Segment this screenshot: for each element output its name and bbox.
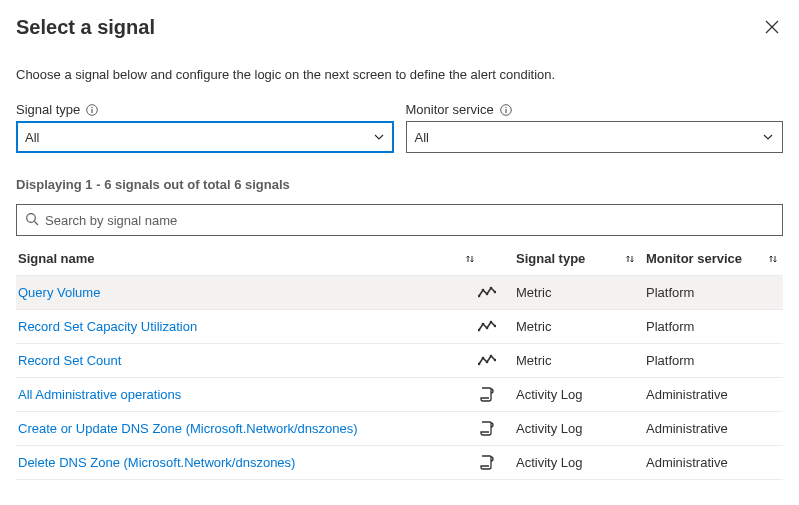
info-icon [500,104,512,116]
signal-type-cell: Activity Log [516,455,582,470]
column-header-service-text: Monitor service [646,251,742,266]
signal-type-cell: Metric [516,353,551,368]
column-header-service[interactable]: Monitor service [646,251,783,266]
table-row[interactable]: Record Set CountMetricPlatform [16,344,783,378]
monitor-service-dropdown[interactable]: All [406,121,784,153]
monitor-service-cell: Platform [646,285,694,300]
table-row[interactable]: Delete DNS Zone (Microsoft.Network/dnszo… [16,446,783,480]
svg-point-11 [490,286,493,289]
metric-icon [478,286,496,300]
svg-point-20 [486,360,489,363]
metric-icon [478,320,496,334]
sort-icon [767,253,779,265]
signal-name-link[interactable]: Delete DNS Zone (Microsoft.Network/dnszo… [18,455,295,470]
monitor-service-label-text: Monitor service [406,102,494,117]
svg-point-9 [482,288,485,291]
svg-rect-2 [92,109,93,113]
monitor-service-cell: Administrative [646,421,728,436]
table-header-row: Signal name Signal type Monitor service [16,242,783,276]
signal-type-value: All [25,130,39,145]
signal-type-label: Signal type [16,102,394,117]
table-row[interactable]: All Administrative operationsActivity Lo… [16,378,783,412]
column-header-name[interactable]: Signal name [16,251,476,266]
table-row[interactable]: Create or Update DNS Zone (Microsoft.Net… [16,412,783,446]
signal-name-link[interactable]: Query Volume [18,285,100,300]
column-header-name-text: Signal name [18,251,95,266]
signal-type-label-text: Signal type [16,102,80,117]
metric-icon [478,354,496,368]
page-title: Select a signal [16,16,155,39]
signal-name-link[interactable]: Create or Update DNS Zone (Microsoft.Net… [18,421,358,436]
svg-point-4 [505,106,506,107]
results-count: Displaying 1 - 6 signals out of total 6 … [16,177,783,192]
info-icon [86,104,98,116]
activity-log-icon [478,420,496,438]
signal-type-cell: Metric [516,285,551,300]
monitor-service-value: All [415,130,429,145]
search-box[interactable] [16,204,783,236]
signals-table: Signal name Signal type Monitor service … [16,242,783,480]
sort-icon [464,253,476,265]
signal-name-link[interactable]: All Administrative operations [18,387,181,402]
sort-icon [624,253,636,265]
svg-point-6 [27,213,36,222]
signal-type-cell: Activity Log [516,387,582,402]
table-row[interactable]: Query VolumeMetricPlatform [16,276,783,310]
signal-type-cell: Metric [516,319,551,334]
chevron-down-icon [373,131,385,143]
subtitle-text: Choose a signal below and configure the … [16,67,783,82]
svg-point-16 [490,320,493,323]
svg-point-14 [482,322,485,325]
activity-log-icon [478,386,496,404]
chevron-down-icon [762,131,774,143]
signal-name-link[interactable]: Record Set Count [18,353,121,368]
svg-point-21 [490,354,493,357]
search-input[interactable] [45,213,774,228]
table-row[interactable]: Record Set Capacity UtilizationMetricPla… [16,310,783,344]
close-icon [765,20,779,37]
svg-rect-5 [505,109,506,113]
svg-point-10 [486,292,489,295]
svg-point-1 [92,106,93,107]
column-header-type-text: Signal type [516,251,585,266]
monitor-service-label: Monitor service [406,102,784,117]
signal-type-cell: Activity Log [516,421,582,436]
search-icon [25,212,39,229]
activity-log-icon [478,454,496,472]
monitor-service-cell: Platform [646,319,694,334]
signal-name-link[interactable]: Record Set Capacity Utilization [18,319,197,334]
close-button[interactable] [761,16,783,41]
monitor-service-cell: Administrative [646,455,728,470]
column-header-type[interactable]: Signal type [516,251,646,266]
monitor-service-cell: Administrative [646,387,728,402]
svg-point-15 [486,326,489,329]
monitor-service-cell: Platform [646,353,694,368]
svg-line-7 [35,221,39,225]
svg-point-19 [482,356,485,359]
signal-type-dropdown[interactable]: All [16,121,394,153]
